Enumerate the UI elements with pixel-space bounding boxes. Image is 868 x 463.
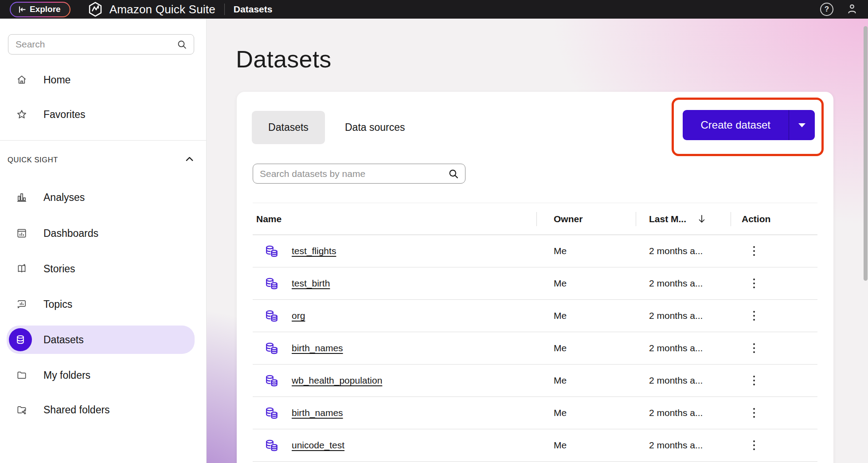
column-header-action: Action	[731, 214, 817, 224]
main-content: Datasets Datasets Data sources Create da…	[207, 19, 868, 463]
action-cell	[731, 373, 817, 388]
action-cell	[731, 276, 817, 291]
sidebar-item-shared-folders[interactable]: Shared folders	[7, 397, 195, 422]
table-header-row: Name Owner Last M... Acti	[253, 203, 817, 235]
dataset-icon	[264, 439, 279, 452]
active-item-icon-circle	[9, 328, 32, 351]
owner-cell: Me	[536, 246, 636, 256]
row-actions-menu-button[interactable]	[748, 276, 760, 291]
table-row: test_birth Me 2 months a...	[253, 267, 817, 300]
shared-folder-icon	[16, 404, 27, 416]
column-header-owner[interactable]: Owner	[536, 214, 636, 224]
topbar-divider	[224, 4, 225, 15]
column-header-name[interactable]: Name	[253, 214, 536, 224]
sidebar-item-label: Favorites	[43, 109, 86, 121]
last-modified-cell: 2 months a...	[636, 440, 731, 451]
last-modified-cell: 2 months a...	[636, 408, 731, 418]
create-dataset-dropdown[interactable]	[789, 110, 815, 140]
explore-label: Explore	[30, 4, 61, 14]
sidebar-item-datasets[interactable]: Datasets	[7, 326, 195, 354]
dataset-search-box	[253, 164, 465, 184]
sidebar-section-quicksight: QUICK SIGHT	[8, 152, 195, 168]
table-row: test_flights Me 2 months a...	[253, 235, 817, 267]
last-modified-cell: 2 months a...	[636, 278, 731, 289]
explore-button[interactable]: Explore	[10, 2, 70, 17]
sidebar-item-label: Analyses	[43, 192, 85, 204]
sidebar-item-topics[interactable]: Topics	[7, 292, 195, 317]
search-icon	[448, 168, 459, 180]
topbar: Explore Amazon Quick Suite Datasets ?	[0, 0, 868, 19]
dataset-name-link[interactable]: unicode_test	[292, 440, 344, 451]
sidebar-search-input[interactable]	[8, 39, 176, 50]
dataset-name-link[interactable]: birth_names	[292, 408, 343, 418]
row-actions-menu-button[interactable]	[748, 373, 760, 388]
annotation-highlight-box: Create dataset	[672, 98, 824, 156]
table-row: wb_health_population Me 2 months a...	[253, 365, 817, 397]
name-cell: test_birth	[253, 277, 536, 290]
datasets-card: Datasets Data sources Create dataset	[237, 92, 833, 463]
owner-cell: Me	[536, 278, 636, 289]
create-dataset-label: Create dataset	[683, 110, 789, 140]
last-modified-cell: 2 months a...	[636, 246, 731, 256]
dataset-search-input[interactable]	[253, 169, 448, 179]
datasets-table: Name Owner Last M... Acti	[253, 203, 817, 462]
name-cell: org	[253, 309, 536, 323]
sidebar-item-home[interactable]: Home	[7, 67, 195, 92]
vertical-scrollbar-thumb[interactable]	[864, 26, 868, 281]
name-cell: birth_names	[253, 341, 536, 355]
sidebar-item-label: Datasets	[43, 334, 84, 346]
tab-datasets[interactable]: Datasets	[252, 111, 325, 144]
dashboard-icon	[16, 228, 27, 239]
dataset-name-link[interactable]: test_birth	[292, 278, 330, 289]
create-dataset-button[interactable]: Create dataset	[683, 110, 815, 140]
tab-bar: Datasets Data sources	[252, 111, 407, 144]
quick-suite-logo-icon	[87, 1, 103, 17]
row-actions-menu-button[interactable]	[748, 308, 760, 323]
dataset-name-link[interactable]: org	[292, 310, 305, 321]
arrow-to-bar-icon	[18, 5, 26, 14]
sidebar-item-stories[interactable]: Stories	[7, 256, 195, 281]
collapse-section-button[interactable]	[184, 153, 195, 166]
row-actions-menu-button[interactable]	[748, 405, 760, 420]
owner-cell: Me	[536, 343, 636, 353]
app-title: Amazon Quick Suite	[109, 3, 215, 16]
dataset-icon	[264, 277, 279, 290]
column-header-last-modified[interactable]: Last M...	[636, 214, 731, 224]
last-modified-cell: 2 months a...	[636, 343, 731, 353]
dataset-name-link[interactable]: wb_health_population	[292, 375, 382, 386]
user-button[interactable]	[846, 3, 858, 16]
caret-down-icon	[798, 123, 806, 128]
breadcrumb: Datasets	[234, 4, 273, 15]
action-cell	[731, 405, 817, 420]
row-actions-menu-button[interactable]	[748, 438, 760, 453]
database-icon	[15, 334, 26, 345]
owner-cell: Me	[536, 408, 636, 418]
last-modified-cell: 2 months a...	[636, 375, 731, 386]
book-icon	[16, 263, 27, 275]
sort-descending-icon	[698, 214, 706, 224]
search-icon	[176, 39, 188, 50]
dataset-name-link[interactable]: birth_names	[292, 343, 343, 353]
table-row: unicode_test Me 2 months a...	[253, 429, 817, 462]
sidebar-divider	[0, 140, 206, 141]
sidebar-item-favorites[interactable]: Favorites	[7, 102, 195, 127]
name-cell: birth_names	[253, 406, 536, 420]
tab-data-sources[interactable]: Data sources	[343, 111, 407, 144]
help-button[interactable]: ?	[820, 3, 833, 16]
sidebar-item-label: Topics	[43, 298, 72, 310]
row-actions-menu-button[interactable]	[748, 341, 760, 356]
table-row: birth_names Me 2 months a...	[253, 332, 817, 365]
dataset-icon	[264, 406, 279, 420]
row-actions-menu-button[interactable]	[748, 243, 760, 259]
sidebar-item-dashboards[interactable]: Dashboards	[7, 221, 195, 246]
dataset-name-link[interactable]: test_flights	[292, 246, 336, 256]
name-cell: test_flights	[253, 244, 536, 258]
sidebar-item-analyses[interactable]: Analyses	[7, 185, 195, 210]
sidebar-item-label: Stories	[43, 263, 75, 275]
name-cell: unicode_test	[253, 439, 536, 452]
owner-cell: Me	[536, 440, 636, 451]
page-title: Datasets	[236, 45, 332, 73]
owner-cell: Me	[536, 375, 636, 386]
table-row: birth_names Me 2 months a...	[253, 397, 817, 429]
sidebar-item-my-folders[interactable]: My folders	[7, 363, 195, 388]
